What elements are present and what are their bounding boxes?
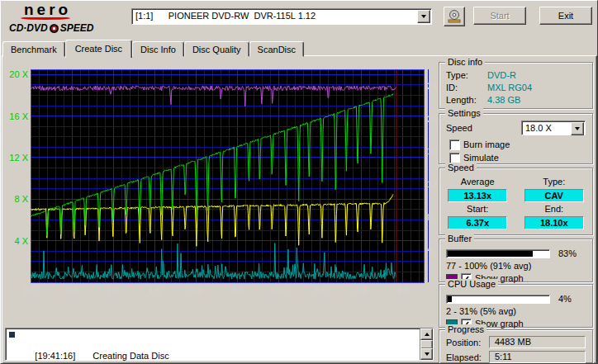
tab-disc-info[interactable]: Disc Info <box>132 41 184 57</box>
tab-label: ScanDisc <box>258 45 296 54</box>
right-axis-label: 20 <box>427 114 437 124</box>
tab-create-disc[interactable]: Create Disc <box>65 40 132 58</box>
speed-group: Speed Average Type: 13.13x CAV Start: En… <box>439 168 593 235</box>
cpu-range: 2 - 31% (5% avg) <box>446 306 592 316</box>
logo-speed-text: SPEED <box>60 22 94 34</box>
app-subtitle: CD·DVD SPEED <box>9 22 133 34</box>
exit-button-label: Exit <box>558 11 573 21</box>
tab-disc-quality[interactable]: Disc Quality <box>184 41 249 57</box>
speed-group-title: Speed <box>445 163 477 173</box>
tab-label: Disc Info <box>140 45 176 54</box>
x-axis-label: 2.5 <box>231 286 244 295</box>
tab-label: Benchmark <box>11 45 57 54</box>
tab-label: Disc Quality <box>192 45 241 54</box>
cpu-bar-fill <box>448 296 452 302</box>
cpu-percent: 4% <box>558 294 572 304</box>
chevron-down-icon <box>575 127 580 130</box>
cpu-group: CPU Usage 4% 2 - 31% (5% avg) ✓ Show gra… <box>439 284 593 328</box>
end-speed-label: End: <box>516 204 593 215</box>
scroll-down-button[interactable] <box>420 348 433 360</box>
exit-button[interactable]: Exit <box>539 7 592 25</box>
left-axis-label: 4 X <box>14 236 28 246</box>
speed-select[interactable]: 18.0 X <box>521 121 586 135</box>
x-axis-label: 4.0 <box>355 286 368 295</box>
x-axis-label: 4.5 <box>396 286 409 295</box>
speed-label: Speed <box>446 123 472 133</box>
elapsed-label: Elapsed: <box>446 352 489 362</box>
drive-selector[interactable]: [1:1] PIONEER DVD-RW DVR-115L 1.12 <box>131 8 432 25</box>
toolbar: nero CD·DVD SPEED [1:1] PIONEER DVD-RW D… <box>1 1 597 37</box>
log-text: Creating Data Disc <box>93 351 168 361</box>
log-entry-icon <box>9 332 15 338</box>
x-axis-label: 0.5 <box>65 286 78 295</box>
burn-image-checkbox[interactable] <box>449 139 460 150</box>
speed-select-value: 18.0 X <box>525 123 552 133</box>
disc-id-value: MXL RG04 <box>487 82 532 93</box>
average-speed-value: 13.13x <box>448 189 507 202</box>
buffer-title: Buffer <box>445 234 474 244</box>
disc-type-value: DVD-R <box>487 69 516 81</box>
disc-info-title: Disc info <box>445 57 485 68</box>
progress-title: Progress <box>445 324 486 335</box>
left-axis-label: 16 X <box>9 111 28 121</box>
eject-disc-icon <box>446 10 463 23</box>
disc-length-label: Length: <box>446 94 487 106</box>
buffer-range: 77 - 100% (91% avg) <box>446 261 592 271</box>
position-value: 4483 MB <box>489 336 586 348</box>
speed-select-dropdown-button[interactable] <box>571 122 584 135</box>
x-axis-label: 1.5 <box>149 286 161 295</box>
tab-bar: Benchmark Create Disc Disc Info Disc Qua… <box>2 39 304 57</box>
log-scrollbar[interactable] <box>420 329 433 360</box>
start-speed-label: Start: <box>439 204 516 215</box>
cpu-title: CPU Usage <box>445 279 498 290</box>
right-axis-label: 4 <box>427 244 432 254</box>
tab-scandisc[interactable]: ScanDisc <box>249 41 304 57</box>
buffer-bar <box>446 249 550 258</box>
buffer-percent: 83% <box>558 248 577 258</box>
drive-selector-value: [1:1] PIONEER DVD-RW DVR-115L 1.12 <box>135 11 316 21</box>
settings-title: Settings <box>445 108 483 119</box>
x-axis-label: 3.0 <box>273 286 285 295</box>
arrow-down-icon <box>425 352 430 356</box>
x-axis-label: 1.0 <box>107 286 120 295</box>
elapsed-value: 5:11 <box>489 351 586 363</box>
right-axis-label: 24 <box>427 81 437 91</box>
start-button[interactable]: Start <box>473 7 526 25</box>
right-axis-label: 16 <box>427 146 437 156</box>
position-label: Position: <box>446 338 489 347</box>
logo-cd-dvd-text: CD·DVD <box>9 22 48 34</box>
buffer-group: Buffer 83% 77 - 100% (91% avg) ✓ Show gr… <box>439 239 593 282</box>
cpu-bar <box>446 295 550 304</box>
eject-button[interactable] <box>444 7 465 26</box>
x-axis-label: 2.0 <box>190 286 202 295</box>
arrow-up-icon <box>425 333 430 336</box>
drive-selector-dropdown-button[interactable] <box>417 10 430 23</box>
scroll-up-button[interactable] <box>420 329 433 340</box>
tab-label: Create Disc <box>75 44 122 54</box>
end-speed-value: 18.10x <box>524 216 584 229</box>
disc-type-label: Type: <box>446 69 487 81</box>
start-speed-value: 6.37x <box>448 216 507 229</box>
buffer-bar-fill <box>448 251 533 257</box>
log-time: [19:41:16] <box>35 351 84 362</box>
disc-icon <box>50 24 59 33</box>
right-axis-label: 12 <box>427 179 437 189</box>
progress-group: Progress Position:4483 MB Elapsed:5:11 <box>439 329 593 364</box>
right-axis-label: 8 <box>427 212 432 222</box>
app-window: nero CD·DVD SPEED [1:1] PIONEER DVD-RW D… <box>0 0 598 364</box>
left-axis-label: 20 X <box>9 69 28 79</box>
tab-benchmark[interactable]: Benchmark <box>2 41 65 57</box>
x-axis-label: 3.5 <box>314 286 326 295</box>
log-entry: [19:41:16]Creating Data Disc <box>6 329 433 364</box>
nero-logo-text: nero <box>24 2 133 17</box>
type-label: Type: <box>516 177 593 187</box>
speed-type-value: CAV <box>524 189 584 202</box>
left-axis-label: 8 X <box>14 194 28 204</box>
disc-id-label: ID: <box>446 82 487 93</box>
settings-group: Settings Speed 18.0 X Burn image Simulat… <box>439 113 593 164</box>
plot-background <box>31 69 424 282</box>
event-log: [19:41:16]Creating Data Disc [19:46:27]S… <box>5 328 434 361</box>
disc-length-value: 4.38 GB <box>487 94 520 106</box>
chevron-down-icon <box>421 15 426 18</box>
app-logo: nero CD·DVD SPEED <box>9 2 133 35</box>
